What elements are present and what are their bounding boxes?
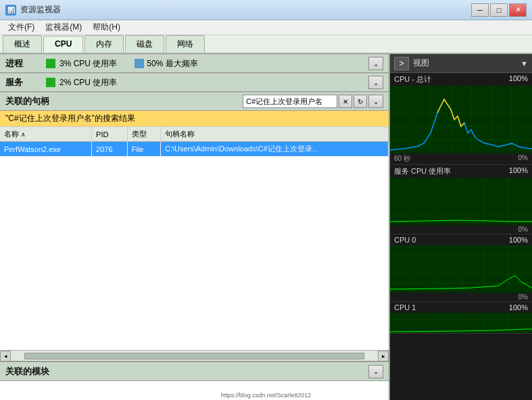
graph-cpu-total-svg: [390, 86, 532, 153]
col-handle-name[interactable]: 句柄名称: [160, 127, 388, 142]
col-pid[interactable]: PID: [92, 127, 128, 142]
cell-name: PerfWatson2.exe: [0, 142, 92, 157]
app-icon: 📊: [5, 5, 16, 16]
graph-service-cpu-percent: 100%: [509, 166, 528, 176]
handles-search-clear[interactable]: ✕: [339, 95, 352, 108]
expand-button[interactable]: >: [394, 57, 409, 70]
service-info: 2% CPU 使用率: [46, 77, 368, 89]
modules-header[interactable]: 关联的模块 ⌄: [0, 362, 389, 381]
col-name[interactable]: 名称: [0, 127, 92, 142]
graph-cpu-total-title: CPU - 总计: [394, 74, 431, 84]
horizontal-scrollbar[interactable]: ◂ ▸: [0, 350, 389, 361]
service-collapse-btn[interactable]: ⌄: [368, 76, 383, 89]
graph-cpu-total-footer-right: 0%: [518, 154, 528, 164]
graph-cpu0-canvas: [390, 245, 532, 293]
process-max-freq: 50% 最大频率: [147, 58, 197, 70]
scroll-right-btn[interactable]: ▸: [378, 351, 389, 361]
service-section-header[interactable]: 服务 2% CPU 使用率 ⌄: [0, 73, 389, 92]
tab-memory[interactable]: 内存: [84, 35, 124, 53]
graph-cpu1-percent: 100%: [509, 303, 528, 311]
col-type[interactable]: 类型: [127, 127, 160, 142]
modules-section: 关联的模块 ⌄: [0, 361, 389, 400]
menu-help[interactable]: 帮助(H): [87, 20, 126, 34]
graph-service-cpu: 服务 CPU 使用率 100% 0%: [390, 165, 532, 234]
handles-search-refresh[interactable]: ↻: [354, 95, 367, 108]
process-collapse-btn[interactable]: ⌄: [368, 57, 383, 70]
graph-cpu1: CPU 1 100%: [390, 302, 532, 334]
process-cpu-usage: 3% CPU 使用率: [59, 58, 117, 70]
minimize-button[interactable]: ─: [471, 3, 489, 17]
handles-table-container: 名称 PID 类型 句柄名称 PerfWatson2.exe 2076 File…: [0, 127, 389, 350]
modules-collapse-btn[interactable]: ⌄: [368, 365, 383, 378]
graph-cpu0-label: CPU 0 100%: [390, 234, 532, 245]
graph-cpu0-title: CPU 0: [394, 236, 416, 244]
title-bar: 📊 资源监视器 ─ □ ✕: [0, 0, 532, 20]
graph-cpu1-title: CPU 1: [394, 303, 416, 311]
process-cpu-indicator: [46, 59, 55, 68]
service-cpu-usage: 2% CPU 使用率: [59, 77, 117, 89]
process-section-header[interactable]: 进程 3% CPU 使用率 50% 最大频率 ⌄: [0, 54, 389, 73]
graph-cpu0-svg: [390, 245, 532, 293]
menu-monitor[interactable]: 监视器(M): [40, 20, 87, 34]
scroll-thumb[interactable]: [24, 353, 364, 359]
right-panel: > 视图 ▼ CPU - 总计 100%: [390, 54, 532, 400]
view-dropdown-arrow: ▼: [521, 59, 528, 68]
graph-cpu1-label: CPU 1 100%: [390, 302, 532, 313]
handles-search-box: ✕ ↻ ⌄: [243, 95, 383, 108]
cell-handle-name: C:\Users\Admin\Downloads\C#记住上次登录...: [160, 142, 388, 157]
graph-service-cpu-footer-right: 0%: [518, 226, 528, 233]
right-panel-header: > 视图 ▼: [390, 54, 532, 73]
handles-search-input[interactable]: [243, 95, 337, 108]
handles-table-body: PerfWatson2.exe 2076 File C:\Users\Admin…: [0, 142, 389, 157]
handles-table-header: 名称 PID 类型 句柄名称: [0, 127, 389, 142]
handles-table: 名称 PID 类型 句柄名称 PerfWatson2.exe 2076 File…: [0, 127, 389, 157]
tab-cpu[interactable]: CPU: [43, 36, 83, 53]
tab-network[interactable]: 网络: [166, 35, 205, 53]
tab-disk[interactable]: 磁盘: [125, 35, 164, 53]
close-button[interactable]: ✕: [509, 3, 527, 17]
title-controls: ─ □ ✕: [471, 3, 527, 17]
graph-cpu0-footer-right: 0%: [518, 293, 528, 301]
graph-service-cpu-title: 服务 CPU 使用率: [394, 166, 451, 176]
graph-cpu-total-label: CPU - 总计 100%: [390, 73, 532, 86]
view-dropdown[interactable]: ▼: [521, 59, 528, 68]
handles-collapse-btn[interactable]: ⌄: [368, 95, 383, 108]
service-cpu-indicator: [46, 78, 55, 87]
modules-title: 关联的模块: [5, 366, 49, 378]
cell-type: File: [127, 142, 160, 157]
graph-cpu-total-percent: 100%: [509, 74, 528, 84]
search-result-banner: "C#记住上次登录用户名"的搜索结果: [0, 111, 389, 127]
service-title: 服务: [5, 76, 46, 89]
process-title: 进程: [5, 57, 46, 70]
handles-header: 关联的句柄 ✕ ↻ ⌄: [0, 92, 389, 111]
graph-cpu-total: CPU - 总计 100%: [390, 73, 532, 165]
process-freq-indicator: [135, 59, 144, 68]
scroll-left-btn[interactable]: ◂: [0, 351, 11, 361]
graph-cpu-total-footer-left: 60 秒: [394, 154, 410, 164]
handles-section: 关联的句柄 ✕ ↻ ⌄ "C#记住上次登录用户名"的搜索结果 名称 PID 类型: [0, 92, 389, 361]
table-row[interactable]: PerfWatson2.exe 2076 File C:\Users\Admin…: [0, 142, 389, 157]
handles-title: 关联的句柄: [5, 95, 49, 107]
menu-bar: 文件(F) 监视器(M) 帮助(H): [0, 20, 532, 35]
tab-bar: 概述 CPU 内存 磁盘 网络: [0, 35, 532, 54]
graph-service-cpu-svg: [390, 178, 532, 225]
graph-service-cpu-label: 服务 CPU 使用率 100%: [390, 165, 532, 178]
graph-cpu1-canvas: [390, 313, 532, 333]
graph-service-cpu-footer: 0%: [390, 225, 532, 234]
cell-pid: 2076: [92, 142, 128, 157]
graph-cpu-total-footer: 60 秒 0%: [390, 153, 532, 164]
graph-cpu-total-canvas: [390, 86, 532, 153]
main-layout: 进程 3% CPU 使用率 50% 最大频率 ⌄ 服务 2% CPU 使用率 ⌄: [0, 54, 532, 400]
graph-cpu0-percent: 100%: [509, 236, 528, 244]
maximize-button[interactable]: □: [490, 3, 508, 17]
title-bar-left: 📊 资源监视器: [5, 4, 61, 16]
view-label: 视图: [413, 57, 429, 69]
graph-cpu0: CPU 0 100% 0%: [390, 234, 532, 302]
tab-overview[interactable]: 概述: [3, 35, 42, 53]
menu-file[interactable]: 文件(F): [3, 20, 40, 34]
graph-cpu0-footer: 0%: [390, 293, 532, 301]
process-info: 3% CPU 使用率 50% 最大频率: [46, 58, 368, 70]
left-panel: 进程 3% CPU 使用率 50% 最大频率 ⌄ 服务 2% CPU 使用率 ⌄: [0, 54, 390, 400]
graph-cpu1-svg: [390, 313, 532, 333]
modules-body: [0, 381, 389, 400]
